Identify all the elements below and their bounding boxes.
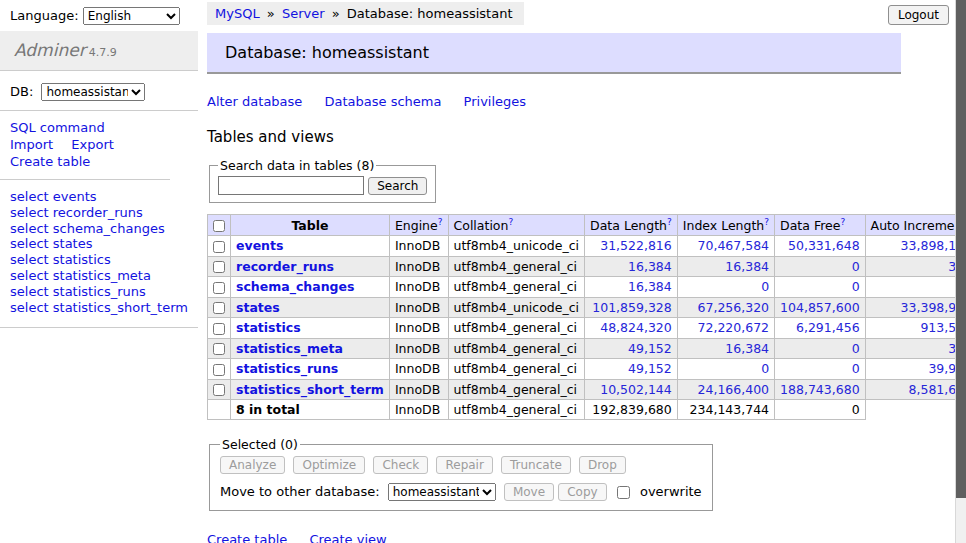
vertical-scrollbar[interactable] xyxy=(955,0,966,543)
language-select[interactable]: English xyxy=(83,7,180,25)
help-icon[interactable]: ? xyxy=(840,217,845,227)
sidebar-link-import[interactable]: Import xyxy=(10,137,53,152)
help-icon[interactable]: ? xyxy=(438,217,443,227)
table-name-link[interactable]: statistics_short_term xyxy=(236,382,384,397)
cell-engine: InnoDB xyxy=(389,379,448,400)
sidebar-select-link[interactable]: select recorder_runs xyxy=(10,205,143,220)
cell-data-free: 0 xyxy=(775,338,866,359)
table-name-link[interactable]: schema_changes xyxy=(236,279,354,294)
sidebar-link-sql-command[interactable]: SQL command xyxy=(10,120,105,135)
column-header-engine: Engine? xyxy=(389,215,448,236)
row-checkbox[interactable] xyxy=(213,302,225,314)
db-label: DB: xyxy=(10,84,33,99)
alter-database-link[interactable]: Alter database xyxy=(207,94,302,109)
sidebar-table-list-item: select events xyxy=(10,189,188,205)
cell-data-length: 16,384 xyxy=(585,256,678,277)
cell-index-length: 70,467,584 xyxy=(677,236,774,257)
cell-auto-increment: 33,898,196 xyxy=(865,236,966,257)
table-name-link[interactable]: statistics_runs xyxy=(236,361,338,376)
help-icon[interactable]: ? xyxy=(764,217,769,227)
analyze-button[interactable]: Analyze xyxy=(220,456,285,474)
breadcrumb-separator: » xyxy=(332,6,340,21)
move-database-select[interactable]: homeassistant xyxy=(388,483,496,501)
sidebar-table-list: select eventsselect recorder_runsselect … xyxy=(0,180,198,328)
scrollbar-thumb[interactable] xyxy=(956,0,966,498)
page-title: Database: homeassistant xyxy=(207,33,901,74)
cell-auto-increment: 325 xyxy=(865,338,966,359)
cell-index-length: 16,384 xyxy=(677,256,774,277)
table-row: schema_changesInnoDButf8mb4_general_ci16… xyxy=(208,277,966,298)
move-database-label: Move to other database: xyxy=(220,484,380,499)
row-checkbox[interactable] xyxy=(213,282,225,294)
cell-collation: utf8mb4_general_ci xyxy=(448,359,585,380)
row-checkbox[interactable] xyxy=(213,384,225,396)
breadcrumb-link-mysql[interactable]: MySQL xyxy=(215,6,260,21)
cell-data-length: 31,522,816 xyxy=(585,236,678,257)
cell-data-length: 101,859,328 xyxy=(585,297,678,318)
table-name-link[interactable]: statistics_meta xyxy=(236,341,343,356)
total-data-free: 0 xyxy=(775,400,866,420)
row-checkbox[interactable] xyxy=(213,343,225,355)
sidebar-link-create-table[interactable]: Create table xyxy=(10,154,90,169)
row-checkbox[interactable] xyxy=(213,241,225,253)
cell-data-free: 0 xyxy=(775,256,866,277)
search-fieldset: Search data in tables (8) Search xyxy=(209,158,436,203)
check-button[interactable]: Check xyxy=(373,456,428,474)
table-name-link[interactable]: events xyxy=(236,238,283,253)
sidebar-select-link[interactable]: select statistics xyxy=(10,252,111,267)
row-checkbox[interactable] xyxy=(213,323,225,335)
repair-button[interactable]: Repair xyxy=(436,456,492,474)
overwrite-label[interactable]: overwrite xyxy=(640,484,702,499)
help-icon[interactable]: ? xyxy=(508,217,513,227)
db-select[interactable]: homeassistant xyxy=(41,83,145,101)
table-name-link[interactable]: states xyxy=(236,300,280,315)
database-schema-link[interactable]: Database schema xyxy=(325,94,442,109)
create-table-link[interactable]: Create table xyxy=(207,532,287,543)
optimize-button[interactable]: Optimize xyxy=(293,456,365,474)
sidebar-select-link[interactable]: select events xyxy=(10,189,97,204)
sidebar-select-link[interactable]: select states xyxy=(10,236,92,251)
breadcrumb-link-server[interactable]: Server xyxy=(282,6,325,21)
search-input[interactable] xyxy=(218,176,364,195)
sidebar-select-link[interactable]: select statistics_runs xyxy=(10,284,146,299)
cell-data-length: 49,152 xyxy=(585,338,678,359)
column-header-table: Table xyxy=(231,215,390,236)
drop-button[interactable]: Drop xyxy=(579,456,626,474)
sidebar-table-list-item: select schema_changes xyxy=(10,221,188,237)
row-checkbox[interactable] xyxy=(213,364,225,376)
cell-collation: utf8mb4_general_ci xyxy=(448,338,585,359)
overwrite-checkbox[interactable] xyxy=(617,486,630,499)
privileges-link[interactable]: Privileges xyxy=(464,94,527,109)
cell-auto-increment: 378 xyxy=(865,256,966,277)
sidebar-table-list-item: select statistics_meta xyxy=(10,268,188,284)
total-collation: utf8mb4_general_ci xyxy=(448,400,585,420)
cell-engine: InnoDB xyxy=(389,277,448,298)
table-name-link[interactable]: statistics xyxy=(236,320,301,335)
move-button[interactable]: Move xyxy=(504,483,554,501)
cell-collation: utf8mb4_general_ci xyxy=(448,379,585,400)
cell-engine: InnoDB xyxy=(389,359,448,380)
db-selector-row: DB: homeassistant xyxy=(0,71,198,111)
cell-engine: InnoDB xyxy=(389,297,448,318)
cell-collation: utf8mb4_unicode_ci xyxy=(448,236,585,257)
help-icon[interactable]: ? xyxy=(667,217,672,227)
sidebar: Language: English Adminer4.7.9 DB: homea… xyxy=(0,0,198,328)
select-all-checkbox[interactable] xyxy=(213,220,225,232)
sidebar-select-link[interactable]: select statistics_short_term xyxy=(10,300,188,315)
logout-button[interactable]: Logout xyxy=(888,5,949,25)
row-checkbox[interactable] xyxy=(213,261,225,273)
cell-engine: InnoDB xyxy=(389,318,448,339)
tables-overview: Table Engine? Collation? Data Length? In… xyxy=(207,214,966,420)
app-name: Adminer xyxy=(14,40,86,60)
total-index-length: 234,143,744 xyxy=(677,400,774,420)
sidebar-select-link[interactable]: select schema_changes xyxy=(10,221,165,236)
cell-collation: utf8mb4_general_ci xyxy=(448,318,585,339)
column-header-collation: Collation? xyxy=(448,215,585,236)
create-view-link[interactable]: Create view xyxy=(309,532,386,543)
sidebar-link-export[interactable]: Export xyxy=(71,137,114,152)
table-name-link[interactable]: recorder_runs xyxy=(236,259,334,274)
truncate-button[interactable]: Truncate xyxy=(501,456,571,474)
search-button[interactable]: Search xyxy=(368,177,427,195)
copy-button[interactable]: Copy xyxy=(558,483,606,501)
sidebar-select-link[interactable]: select statistics_meta xyxy=(10,268,151,283)
